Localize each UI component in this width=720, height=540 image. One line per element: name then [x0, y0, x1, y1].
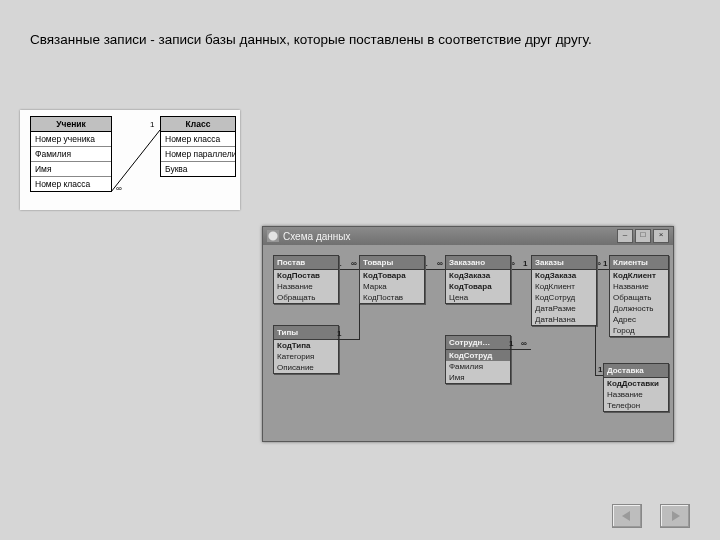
app-icon	[267, 230, 279, 242]
entity-sotrudniki[interactable]: Сотрудн… КодСотруд Фамилия Имя	[445, 335, 511, 384]
table-student-row: Номер класса	[31, 177, 111, 191]
svg-line-0	[111, 130, 160, 192]
entity-field: Описание	[274, 362, 338, 373]
relation-line	[595, 325, 596, 376]
entity-field: ДатаНазна	[532, 314, 596, 325]
entity-field: ДатаРазме	[532, 303, 596, 314]
entity-field: КодСотруд	[446, 350, 510, 361]
svg-marker-2	[672, 511, 680, 521]
entity-title: Доставка	[604, 364, 668, 378]
entity-klienty[interactable]: Клиенты КодКлиент Название Обращать Долж…	[609, 255, 669, 337]
entity-field: Обращать	[274, 292, 338, 303]
diagram-simple-relation: Ученик Номер ученика Фамилия Имя Номер к…	[20, 110, 240, 210]
table-class-row: Буква	[161, 162, 235, 176]
schema-canvas[interactable]: 1 ∞ 1 ∞ ∞ 1 ∞ 1 Постав КодПостав Названи…	[263, 245, 673, 441]
table-student-title: Ученик	[31, 117, 111, 132]
entity-dostavka[interactable]: Доставка КодДоставки Название Телефон	[603, 363, 669, 412]
entity-tipy[interactable]: Типы КодТипа Категория Описание	[273, 325, 339, 374]
entity-field: Марка	[360, 281, 424, 292]
table-class-title: Класс	[161, 117, 235, 132]
relation-line	[337, 339, 359, 340]
relation-line	[509, 269, 531, 270]
cardinality-many: ∞	[116, 184, 122, 193]
table-student: Ученик Номер ученика Фамилия Имя Номер к…	[30, 116, 112, 192]
cardinality-many: ∞	[351, 259, 357, 268]
next-slide-button[interactable]	[660, 504, 690, 528]
table-student-row: Фамилия	[31, 147, 111, 162]
arrow-left-icon	[620, 510, 634, 522]
cardinality-many: ∞	[437, 259, 443, 268]
entity-title: Клиенты	[610, 256, 668, 270]
entity-field: Имя	[446, 372, 510, 383]
table-student-row: Имя	[31, 162, 111, 177]
entity-field: Категория	[274, 351, 338, 362]
prev-slide-button[interactable]	[612, 504, 642, 528]
entity-postav[interactable]: Постав КодПостав Название Обращать	[273, 255, 339, 304]
entity-title: Постав	[274, 256, 338, 270]
entity-tovary[interactable]: Товары КодТовара Марка КодПостав	[359, 255, 425, 304]
entity-field: Должность	[610, 303, 668, 314]
table-class-row: Номер класса	[161, 132, 235, 147]
svg-marker-1	[622, 511, 630, 521]
window-titlebar: Схема данных – □ ×	[263, 227, 673, 246]
schema-window: Схема данных – □ × 1 ∞ 1 ∞ ∞ 1 ∞ 1 Поста…	[262, 226, 674, 442]
relation-line	[111, 130, 160, 192]
relation-line	[509, 349, 531, 350]
table-class-row: Номер параллели	[161, 147, 235, 162]
entity-field: КодСотруд	[532, 292, 596, 303]
relation-line	[337, 269, 359, 270]
cardinality-one: 1	[150, 120, 154, 129]
cardinality-one: 1	[509, 339, 513, 348]
entity-field: Адрес	[610, 314, 668, 325]
maximize-button[interactable]: □	[635, 229, 651, 243]
entity-field: КодЗаказа	[446, 270, 510, 281]
page-caption: Связанные записи - записи базы данных, к…	[30, 32, 592, 47]
cardinality-one: 1	[523, 259, 527, 268]
entity-field: Название	[604, 389, 668, 400]
entity-field: КодЗаказа	[532, 270, 596, 281]
close-button[interactable]: ×	[653, 229, 669, 243]
entity-field: Обращать	[610, 292, 668, 303]
entity-field: Название	[274, 281, 338, 292]
entity-field: Телефон	[604, 400, 668, 411]
slide-nav	[612, 504, 690, 528]
cardinality-one: 1	[337, 329, 341, 338]
table-student-row: Номер ученика	[31, 132, 111, 147]
window-title: Схема данных	[283, 231, 351, 242]
arrow-right-icon	[668, 510, 682, 522]
entity-field: КодКлиент	[610, 270, 668, 281]
relation-line	[595, 269, 609, 270]
entity-field: Название	[610, 281, 668, 292]
minimize-button[interactable]: –	[617, 229, 633, 243]
entity-title: Сотрудн…	[446, 336, 510, 350]
cardinality-many: ∞	[521, 339, 527, 348]
entity-zakazy[interactable]: Заказы КодЗаказа КодКлиент КодСотруд Дат…	[531, 255, 597, 326]
cardinality-one: 1	[603, 259, 607, 268]
entity-field: Цена	[446, 292, 510, 303]
entity-title: Заказано	[446, 256, 510, 270]
entity-field: КодПостав	[274, 270, 338, 281]
entity-field: КодДоставки	[604, 378, 668, 389]
entity-field: Город	[610, 325, 668, 336]
entity-field: КодТипа	[274, 340, 338, 351]
cardinality-one: 1	[598, 365, 602, 374]
entity-field: КодКлиент	[532, 281, 596, 292]
relation-line	[595, 375, 603, 376]
entity-field: Фамилия	[446, 361, 510, 372]
entity-title: Товары	[360, 256, 424, 270]
entity-title: Типы	[274, 326, 338, 340]
entity-field: КодПостав	[360, 292, 424, 303]
entity-title: Заказы	[532, 256, 596, 270]
relation-line	[423, 269, 445, 270]
entity-field: КодТовара	[446, 281, 510, 292]
table-class: Класс Номер класса Номер параллели Буква	[160, 116, 236, 177]
entity-zakazano[interactable]: Заказано КодЗаказа КодТовара Цена	[445, 255, 511, 304]
entity-field: КодТовара	[360, 270, 424, 281]
